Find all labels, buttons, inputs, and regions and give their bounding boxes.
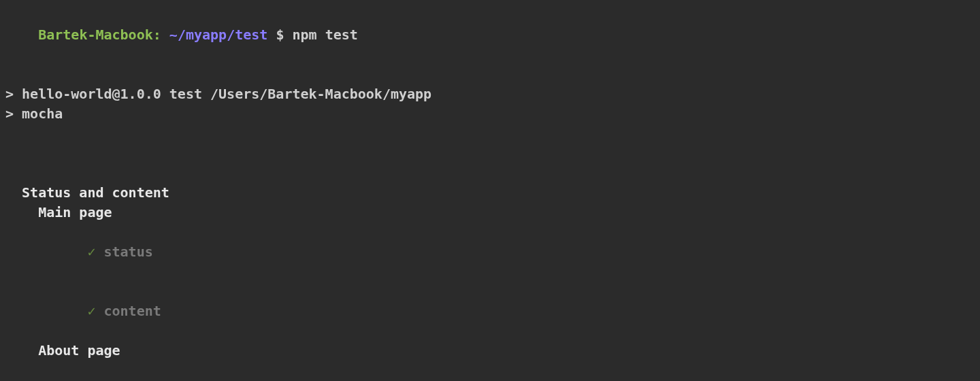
test-case: ✓ status — [5, 222, 975, 282]
prompt-symbol: $ — [276, 27, 284, 43]
prompt-path: ~/myapp/test — [169, 27, 268, 43]
prompt-line-1: Bartek-Macbook: ~/myapp/test $ npm test — [5, 5, 975, 65]
test-case-name: content — [104, 303, 161, 319]
test-suite-group-1: Main page — [5, 203, 975, 222]
blank-line — [5, 163, 975, 183]
terminal-output[interactable]: Bartek-Macbook: ~/myapp/test $ npm test … — [5, 5, 975, 381]
test-case: ✓ content — [5, 282, 975, 341]
npm-run-header-2: > mocha — [5, 104, 975, 124]
blank-line — [5, 65, 975, 84]
prompt-command: npm test — [292, 27, 357, 43]
test-case: ✓ status — [5, 361, 975, 381]
test-case-name: status — [104, 244, 153, 260]
blank-line — [5, 144, 975, 163]
test-suite-root: Status and content — [5, 183, 975, 203]
npm-run-header-1: > hello-world@1.0.0 test /Users/Bartek-M… — [5, 84, 975, 104]
prompt-host: Bartek-Macbook: — [38, 27, 161, 43]
test-suite-group-2: About page — [5, 341, 975, 361]
blank-line — [5, 124, 975, 144]
checkmark-icon: ✓ — [87, 303, 95, 319]
checkmark-icon: ✓ — [87, 244, 95, 260]
